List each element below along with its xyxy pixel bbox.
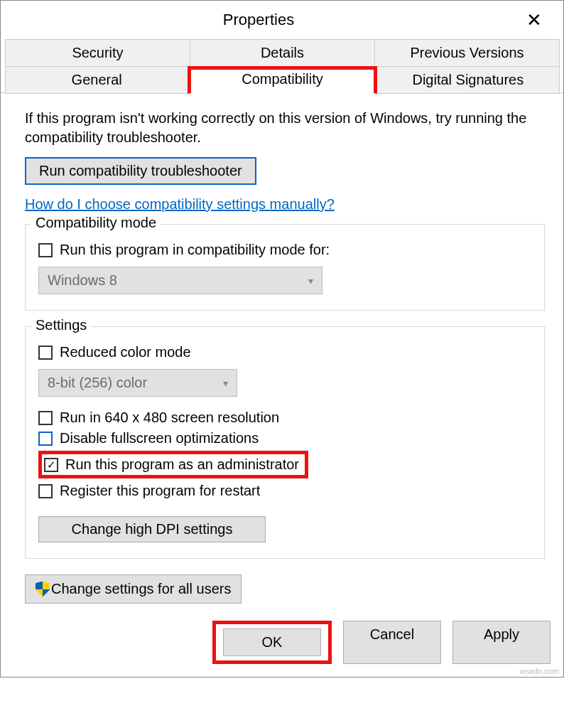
group-settings: Settings Reduced color mode 8-bit (256) …	[25, 326, 545, 559]
label-register-restart: Register this program for restart	[60, 483, 260, 499]
ok-button[interactable]: OK	[223, 628, 321, 656]
tab-strip: Security Details Previous Versions Gener…	[1, 39, 563, 93]
checkbox-disable-fullscreen[interactable]	[38, 432, 53, 446]
label-run-admin: Run this program as an administrator	[65, 456, 299, 473]
select-compat-os-value: Windows 8	[48, 272, 117, 289]
group-title-compat: Compatibility mode	[31, 215, 161, 231]
label-disable-fullscreen: Disable fullscreen optimizations	[60, 430, 259, 446]
group-title-settings: Settings	[31, 317, 91, 333]
chevron-down-icon: ▾	[308, 275, 313, 287]
select-color-value: 8-bit (256) color	[48, 375, 147, 391]
highlight-ok: OK	[212, 621, 332, 664]
chevron-down-icon: ▾	[223, 378, 228, 389]
checkbox-reduced-color[interactable]	[38, 346, 53, 360]
change-all-users-label: Change settings for all users	[51, 581, 231, 597]
run-troubleshooter-button[interactable]: Run compatibility troubleshooter	[25, 157, 256, 185]
group-compatibility-mode: Compatibility mode Run this program in c…	[25, 224, 545, 311]
label-reduced-color: Reduced color mode	[60, 344, 191, 360]
checkbox-compat-mode[interactable]	[38, 243, 53, 257]
close-icon[interactable]: ✕	[516, 4, 552, 37]
shield-icon	[36, 582, 50, 597]
tab-previous-versions[interactable]: Previous Versions	[374, 39, 560, 67]
checkbox-640x480[interactable]	[38, 411, 53, 425]
properties-dialog: Properties ✕ Security Details Previous V…	[0, 0, 564, 678]
label-640x480: Run in 640 x 480 screen resolution	[60, 410, 279, 426]
intro-text: If this program isn't working correctly …	[25, 109, 545, 147]
dialog-footer: OK Cancel Apply	[1, 611, 563, 677]
select-compat-os[interactable]: Windows 8 ▾	[38, 267, 322, 294]
help-link[interactable]: How do I choose compatibility settings m…	[25, 196, 335, 213]
tab-general[interactable]: General	[5, 66, 188, 94]
tab-digital-signatures[interactable]: Digital Signatures	[376, 66, 560, 94]
watermark: wsxdn.com	[520, 667, 559, 675]
titlebar: Properties ✕	[1, 1, 563, 39]
tab-details[interactable]: Details	[190, 39, 375, 67]
dialog-title: Properties	[1, 11, 516, 29]
checkbox-run-admin[interactable]	[44, 458, 58, 472]
cancel-button[interactable]: Cancel	[343, 621, 441, 664]
tab-security[interactable]: Security	[5, 39, 190, 67]
tab-compatibility[interactable]: Compatibility	[188, 66, 376, 94]
apply-button[interactable]: Apply	[452, 621, 551, 664]
tab-content: If this program isn't working correctly …	[1, 92, 563, 611]
highlight-run-admin: Run this program as an administrator	[38, 451, 308, 478]
label-compat-mode: Run this program in compatibility mode f…	[60, 242, 330, 258]
checkbox-register-restart[interactable]	[38, 484, 53, 498]
change-dpi-button[interactable]: Change high DPI settings	[38, 516, 266, 542]
change-all-users-button[interactable]: Change settings for all users	[25, 574, 242, 604]
select-color-mode[interactable]: 8-bit (256) color ▾	[38, 369, 237, 397]
